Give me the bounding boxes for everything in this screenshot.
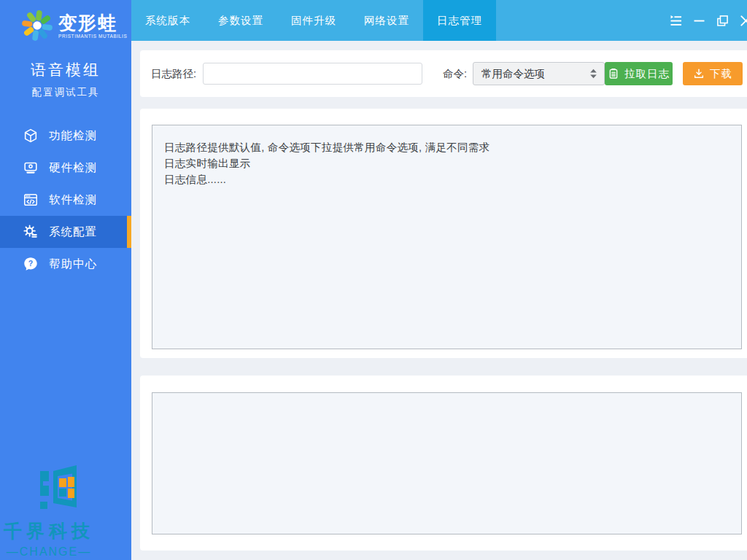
sidebar-item-label: 帮助中心 — [49, 257, 97, 272]
log-toolbar: 日志路径: 命令: 常用命令选项 拉取日志 — [140, 50, 747, 97]
close-icon — [738, 13, 747, 28]
log-extra-panel — [140, 376, 747, 551]
help-bubble-icon: ? — [23, 256, 39, 272]
maximize-icon — [715, 13, 730, 28]
gear-list-icon — [23, 224, 39, 240]
tab-bar: 系统版本 参数设置 固件升级 网络设置 日志管理 — [131, 0, 496, 41]
window-controls — [664, 0, 747, 41]
close-button[interactable] — [734, 9, 747, 32]
collapse-menu-button[interactable] — [664, 9, 687, 32]
log-line: 日志实时输出显示 — [164, 155, 729, 171]
vendor-logo-icon — [34, 462, 85, 515]
module-subtitle: 配置调试工具 — [0, 86, 131, 99]
download-icon — [693, 68, 705, 79]
brand-name: 变形蛙 — [58, 13, 127, 33]
collapse-menu-icon — [668, 13, 684, 28]
log-path-label: 日志路径: — [151, 67, 196, 81]
vendor-watermark: 千界科技 —CHANGE— — [0, 462, 98, 559]
cube-icon — [23, 128, 39, 144]
sidebar-item-label: 系统配置 — [49, 225, 97, 240]
module-header: 语音模组 配置调试工具 — [0, 60, 131, 99]
command-selected-value: 常用命令选项 — [481, 67, 545, 81]
app-brand: 变形蛙 PRISTIMANTIS MUTABILIS — [0, 0, 131, 42]
minimize-button[interactable] — [687, 9, 711, 32]
sidebar-nav: 功能检测 硬件检测 软件检测 系统配置 — [0, 120, 131, 280]
hardware-icon — [23, 160, 39, 176]
select-arrows-icon — [589, 69, 597, 79]
command-select[interactable]: 常用命令选项 — [473, 62, 605, 85]
sidebar-item-function-check[interactable]: 功能检测 — [0, 120, 131, 152]
tab-firmware-upgrade[interactable]: 固件升级 — [277, 0, 350, 41]
log-management-page: 日志路径: 命令: 常用命令选项 拉取日志 — [131, 41, 747, 560]
log-line: 日志信息...... — [164, 171, 729, 187]
tab-network-settings[interactable]: 网络设置 — [350, 0, 423, 41]
log-output-area[interactable]: 日志路径提供默认值, 命令选项下拉提供常用命令选项, 满足不同需求 日志实时输出… — [152, 125, 742, 349]
minimize-icon — [692, 13, 707, 28]
top-header: 系统版本 参数设置 固件升级 网络设置 日志管理 — [131, 0, 747, 41]
sidebar-item-label: 硬件检测 — [49, 160, 97, 176]
pull-log-button[interactable]: 拉取日志 — [605, 62, 673, 85]
sidebar-item-help-center[interactable]: ? 帮助中心 — [0, 248, 131, 280]
command-label: 命令: — [443, 67, 467, 81]
sidebar: 变形蛙 PRISTIMANTIS MUTABILIS 语音模组 配置调试工具 功… — [0, 0, 131, 560]
brand-pinwheel-icon — [19, 9, 55, 42]
tab-system-version[interactable]: 系统版本 — [131, 0, 204, 41]
sidebar-item-system-config[interactable]: 系统配置 — [0, 216, 131, 248]
sidebar-item-software-check[interactable]: 软件检测 — [0, 184, 131, 216]
log-info-panel: 日志路径提供默认值, 命令选项下拉提供常用命令选项, 满足不同需求 日志实时输出… — [140, 109, 747, 358]
log-line: 日志路径提供默认值, 命令选项下拉提供常用命令选项, 满足不同需求 — [164, 139, 729, 155]
log-path-input[interactable] — [203, 63, 422, 85]
download-button[interactable]: 下载 — [683, 62, 743, 85]
software-icon — [23, 192, 39, 208]
tab-parameter-settings[interactable]: 参数设置 — [204, 0, 277, 41]
svg-text:?: ? — [28, 259, 33, 268]
sidebar-item-hardware-check[interactable]: 硬件检测 — [0, 152, 131, 184]
tab-log-management[interactable]: 日志管理 — [423, 0, 496, 41]
vendor-name: 千界科技 — [0, 519, 98, 543]
sidebar-item-label: 软件检测 — [49, 192, 97, 208]
pull-log-label: 拉取日志 — [624, 67, 670, 81]
brand-subtitle: PRISTIMANTIS MUTABILIS — [58, 34, 127, 39]
vendor-tagline: —CHANGE— — [0, 545, 98, 559]
clipboard-icon — [608, 68, 619, 79]
maximize-button[interactable] — [711, 9, 734, 32]
sidebar-item-label: 功能检测 — [49, 128, 97, 144]
log-secondary-output-area[interactable] — [152, 392, 742, 534]
module-title: 语音模组 — [0, 60, 131, 80]
download-label: 下载 — [710, 67, 732, 81]
